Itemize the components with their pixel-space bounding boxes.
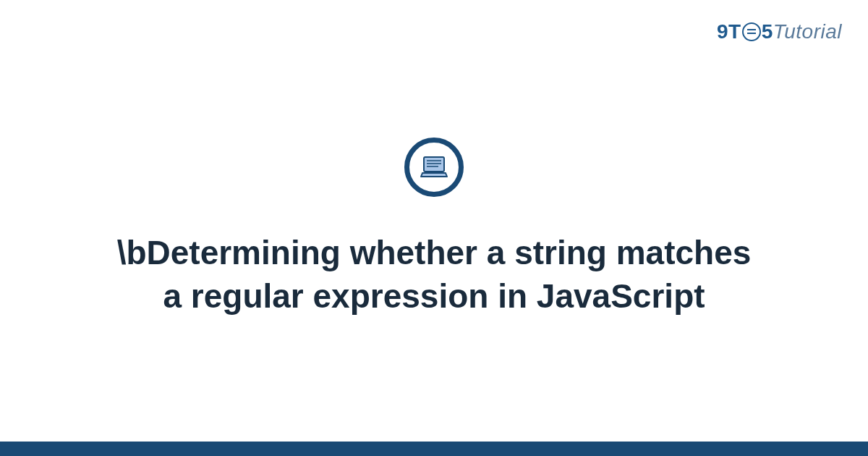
logo-nine: 9 <box>717 20 728 43</box>
laptop-icon <box>418 151 450 183</box>
page-title: \bDetermining whether a string matches a… <box>109 232 760 318</box>
footer-bar <box>0 442 868 456</box>
svg-rect-0 <box>424 157 444 172</box>
site-logo[interactable]: 9T5Tutorial <box>717 20 842 43</box>
logo-five: 5 <box>762 20 773 43</box>
logo-t: T <box>728 20 741 43</box>
logo-tutorial: Tutorial <box>773 20 842 43</box>
logo-o-icon <box>742 22 761 41</box>
laptop-badge-icon <box>404 138 464 197</box>
main-content: \bDetermining whether a string matches a… <box>0 0 868 456</box>
